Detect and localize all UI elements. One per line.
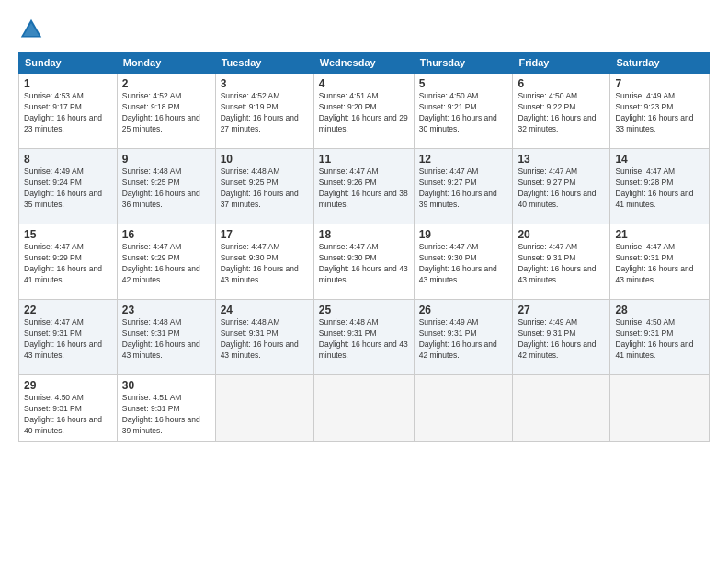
day-number: 20 — [518, 228, 605, 241]
day-number: 3 — [221, 77, 309, 90]
day-info: Sunrise: 4:47 AM Sunset: 9:29 PM Dayligh… — [122, 242, 210, 286]
day-number: 21 — [615, 228, 704, 241]
calendar-cell — [414, 375, 513, 442]
dow-header: Sunday — [19, 52, 118, 74]
calendar-cell: 11 Sunrise: 4:47 AM Sunset: 9:26 PM Dayl… — [313, 149, 414, 224]
day-info: Sunrise: 4:49 AM Sunset: 9:24 PM Dayligh… — [24, 167, 112, 211]
calendar-cell: 3 Sunrise: 4:52 AM Sunset: 9:19 PM Dayli… — [215, 74, 313, 149]
calendar-cell: 6 Sunrise: 4:50 AM Sunset: 9:22 PM Dayli… — [513, 74, 610, 149]
day-number: 16 — [122, 228, 210, 241]
day-info: Sunrise: 4:48 AM Sunset: 9:31 PM Dayligh… — [221, 317, 309, 362]
calendar-cell: 30 Sunrise: 4:51 AM Sunset: 9:31 PM Dayl… — [117, 375, 215, 442]
day-number: 18 — [319, 228, 409, 241]
dow-header: Tuesday — [215, 52, 313, 74]
calendar-cell: 4 Sunrise: 4:51 AM Sunset: 9:20 PM Dayli… — [313, 74, 414, 149]
day-number: 2 — [122, 77, 210, 90]
day-number: 23 — [122, 304, 210, 316]
day-info: Sunrise: 4:53 AM Sunset: 9:17 PM Dayligh… — [24, 91, 112, 135]
day-number: 17 — [221, 228, 309, 241]
calendar-cell: 16 Sunrise: 4:47 AM Sunset: 9:29 PM Dayl… — [117, 224, 215, 300]
logo-icon — [18, 17, 44, 42]
dow-header: Monday — [117, 52, 215, 74]
day-number: 5 — [419, 77, 508, 90]
calendar-cell: 18 Sunrise: 4:47 AM Sunset: 9:30 PM Dayl… — [313, 224, 414, 300]
day-number: 24 — [221, 304, 309, 316]
calendar: SundayMondayTuesdayWednesdayThursdayFrid… — [18, 52, 710, 442]
calendar-cell: 14 Sunrise: 4:47 AM Sunset: 9:28 PM Dayl… — [610, 149, 710, 224]
day-number: 28 — [615, 304, 704, 316]
day-number: 15 — [24, 228, 112, 241]
calendar-week-row: 15 Sunrise: 4:47 AM Sunset: 9:29 PM Dayl… — [19, 224, 710, 300]
day-info: Sunrise: 4:50 AM Sunset: 9:31 PM Dayligh… — [615, 317, 704, 362]
day-number: 8 — [24, 153, 112, 166]
calendar-cell: 2 Sunrise: 4:52 AM Sunset: 9:18 PM Dayli… — [117, 74, 215, 149]
calendar-cell: 20 Sunrise: 4:47 AM Sunset: 9:31 PM Dayl… — [513, 224, 610, 300]
header — [18, 17, 710, 42]
calendar-cell: 21 Sunrise: 4:47 AM Sunset: 9:31 PM Dayl… — [610, 224, 710, 300]
calendar-cell: 22 Sunrise: 4:47 AM Sunset: 9:31 PM Dayl… — [19, 300, 118, 375]
calendar-cell: 12 Sunrise: 4:47 AM Sunset: 9:27 PM Dayl… — [414, 149, 513, 224]
day-info: Sunrise: 4:47 AM Sunset: 9:30 PM Dayligh… — [319, 242, 409, 286]
day-info: Sunrise: 4:49 AM Sunset: 9:31 PM Dayligh… — [518, 317, 605, 362]
day-number: 26 — [419, 304, 508, 316]
day-info: Sunrise: 4:52 AM Sunset: 9:18 PM Dayligh… — [122, 91, 210, 135]
calendar-week-row: 22 Sunrise: 4:47 AM Sunset: 9:31 PM Dayl… — [19, 300, 710, 375]
calendar-cell: 19 Sunrise: 4:47 AM Sunset: 9:30 PM Dayl… — [414, 224, 513, 300]
calendar-cell: 7 Sunrise: 4:49 AM Sunset: 9:23 PM Dayli… — [610, 74, 710, 149]
day-number: 6 — [518, 77, 605, 90]
dow-header: Thursday — [414, 52, 513, 74]
calendar-cell: 26 Sunrise: 4:49 AM Sunset: 9:31 PM Dayl… — [414, 300, 513, 375]
day-info: Sunrise: 4:47 AM Sunset: 9:26 PM Dayligh… — [319, 167, 409, 211]
day-info: Sunrise: 4:49 AM Sunset: 9:31 PM Dayligh… — [419, 317, 508, 362]
day-number: 30 — [122, 379, 210, 392]
day-info: Sunrise: 4:47 AM Sunset: 9:30 PM Dayligh… — [419, 242, 508, 286]
calendar-cell: 1 Sunrise: 4:53 AM Sunset: 9:17 PM Dayli… — [19, 74, 118, 149]
dow-header: Friday — [513, 52, 610, 74]
calendar-cell: 17 Sunrise: 4:47 AM Sunset: 9:30 PM Dayl… — [215, 224, 313, 300]
calendar-cell: 15 Sunrise: 4:47 AM Sunset: 9:29 PM Dayl… — [19, 224, 118, 300]
day-number: 14 — [615, 153, 704, 166]
calendar-cell: 27 Sunrise: 4:49 AM Sunset: 9:31 PM Dayl… — [513, 300, 610, 375]
day-info: Sunrise: 4:47 AM Sunset: 9:30 PM Dayligh… — [221, 242, 309, 286]
day-number: 19 — [419, 228, 508, 241]
calendar-cell: 29 Sunrise: 4:50 AM Sunset: 9:31 PM Dayl… — [19, 375, 118, 442]
day-info: Sunrise: 4:49 AM Sunset: 9:23 PM Dayligh… — [615, 91, 704, 135]
day-info: Sunrise: 4:47 AM Sunset: 9:27 PM Dayligh… — [518, 167, 605, 211]
day-info: Sunrise: 4:47 AM Sunset: 9:31 PM Dayligh… — [518, 242, 605, 286]
day-info: Sunrise: 4:50 AM Sunset: 9:31 PM Dayligh… — [24, 393, 112, 437]
calendar-cell: 5 Sunrise: 4:50 AM Sunset: 9:21 PM Dayli… — [414, 74, 513, 149]
day-of-week-row: SundayMondayTuesdayWednesdayThursdayFrid… — [19, 52, 710, 74]
day-info: Sunrise: 4:51 AM Sunset: 9:20 PM Dayligh… — [319, 91, 409, 135]
calendar-cell — [610, 375, 710, 442]
calendar-cell: 23 Sunrise: 4:48 AM Sunset: 9:31 PM Dayl… — [117, 300, 215, 375]
calendar-week-row: 8 Sunrise: 4:49 AM Sunset: 9:24 PM Dayli… — [19, 149, 710, 224]
day-number: 4 — [319, 77, 409, 90]
calendar-cell — [215, 375, 313, 442]
calendar-cell — [513, 375, 610, 442]
calendar-cell: 25 Sunrise: 4:48 AM Sunset: 9:31 PM Dayl… — [313, 300, 414, 375]
day-number: 10 — [221, 153, 309, 166]
calendar-week-row: 1 Sunrise: 4:53 AM Sunset: 9:17 PM Dayli… — [19, 74, 710, 149]
calendar-cell: 28 Sunrise: 4:50 AM Sunset: 9:31 PM Dayl… — [610, 300, 710, 375]
calendar-cell: 24 Sunrise: 4:48 AM Sunset: 9:31 PM Dayl… — [215, 300, 313, 375]
day-info: Sunrise: 4:50 AM Sunset: 9:21 PM Dayligh… — [419, 91, 508, 135]
dow-header: Wednesday — [313, 52, 414, 74]
day-info: Sunrise: 4:50 AM Sunset: 9:22 PM Dayligh… — [518, 91, 605, 135]
day-info: Sunrise: 4:47 AM Sunset: 9:28 PM Dayligh… — [615, 167, 704, 211]
day-number: 1 — [24, 77, 112, 90]
calendar-cell: 10 Sunrise: 4:48 AM Sunset: 9:25 PM Dayl… — [215, 149, 313, 224]
day-number: 29 — [24, 379, 112, 392]
day-number: 9 — [122, 153, 210, 166]
day-number: 13 — [518, 153, 605, 166]
day-info: Sunrise: 4:47 AM Sunset: 9:29 PM Dayligh… — [24, 242, 112, 286]
calendar-week-row: 29 Sunrise: 4:50 AM Sunset: 9:31 PM Dayl… — [19, 375, 710, 442]
day-info: Sunrise: 4:48 AM Sunset: 9:31 PM Dayligh… — [319, 317, 409, 362]
day-info: Sunrise: 4:51 AM Sunset: 9:31 PM Dayligh… — [122, 393, 210, 437]
calendar-cell: 9 Sunrise: 4:48 AM Sunset: 9:25 PM Dayli… — [117, 149, 215, 224]
day-number: 7 — [615, 77, 704, 90]
page: SundayMondayTuesdayWednesdayThursdayFrid… — [0, 0, 728, 563]
day-info: Sunrise: 4:47 AM Sunset: 9:31 PM Dayligh… — [24, 317, 112, 362]
day-number: 25 — [319, 304, 409, 316]
calendar-cell — [313, 375, 414, 442]
calendar-cell: 13 Sunrise: 4:47 AM Sunset: 9:27 PM Dayl… — [513, 149, 610, 224]
